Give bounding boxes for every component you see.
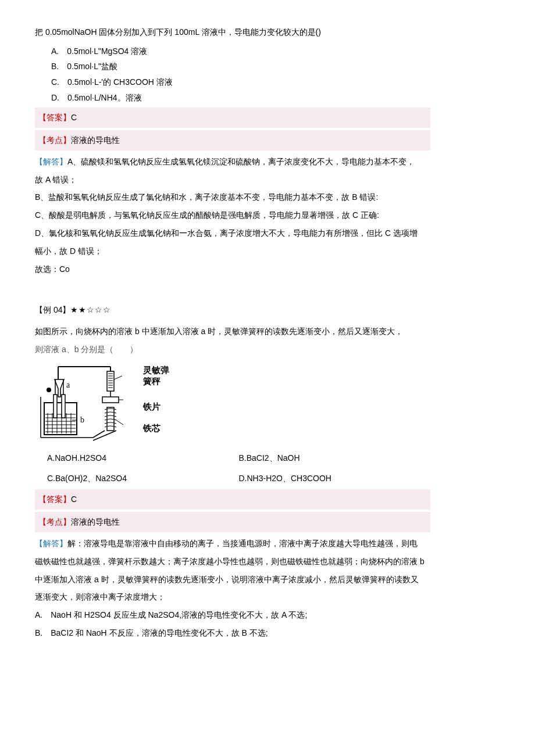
q1-topic-label: 【考点】 (38, 135, 71, 145)
fig-label-b: b (80, 415, 84, 424)
q1-explain-end: 故选：Co (35, 260, 430, 278)
q1-explain-b: B、盐酸和氢氧化钠反应生成了氯化钠和水，离子浓度基本不变，导电能力基本不变，故 … (35, 188, 430, 206)
q2-explain-a: A. NaoH 和 H2SO4 反应生成 Na2SO4,溶液的导电性变化不大，故… (35, 606, 430, 624)
q2-header: 【例 04】★★☆☆☆ (35, 301, 430, 319)
fig-label-iron-plate: 铁片 (143, 401, 169, 413)
q2-topic-value: 溶液的导电性 (71, 517, 120, 526)
apparatus-icon: a b (35, 362, 140, 443)
q1-explain-d2: 幅小，故 D 错误； (35, 242, 430, 260)
q2-explain-4: 逐渐变大，则溶液中离子浓度增大； (35, 588, 430, 606)
svg-rect-3 (107, 371, 114, 391)
q2-opt-b: B.BaCI2、NaOH (239, 449, 431, 467)
q2-stars: ★★☆☆☆ (70, 305, 111, 314)
q2-opt-d: D.NH3-H2O、CH3COOH (239, 470, 431, 488)
q1-options: A. 0.5mol·L"MgSO4 溶液 B. 0.5mol·L"盐酸 C. 0… (35, 44, 430, 105)
q2-topic-box: 【考点】溶液的导电性 (35, 512, 430, 532)
q2-explain-b: B. BaCI2 和 NaoH 不反应，溶液的导电性变化不大，故 B 不选; (35, 624, 430, 642)
q1-opt-b: B. 0.5mol·L"盐酸 (51, 59, 430, 74)
q2-opt-a: A.NaOH.H2SO4 (47, 449, 239, 467)
q2-example-label: 【例 04】 (35, 305, 70, 314)
q1-opt-d: D. 0.5mol·L/NH4。溶液 (51, 90, 430, 106)
figure-labels: 灵敏弹簧秤 铁片 铁芯 (143, 362, 169, 434)
q2-figure: a b 灵敏弹簧秤 铁片 (35, 362, 430, 443)
fig-label-spring-2: 簧秤 (143, 376, 160, 386)
svg-line-37 (114, 376, 122, 379)
q1-answer-label: 【答案】 (38, 113, 71, 122)
svg-rect-12 (102, 397, 119, 403)
q1-opt-a: A. 0.5mol·L"MgSO4 溶液 (51, 44, 430, 59)
q1-topic-box: 【考点】溶液的导电性 (35, 130, 430, 151)
q1-opt-c: C. 0.5mol·L-'的 CH3COOH 溶液 (51, 74, 430, 90)
svg-rect-32 (54, 395, 57, 418)
q2-explain-1: 【解答】解：溶液导电是靠溶液中自由移动的离子，当接通电源时，溶液中离子浓度越大导… (35, 535, 430, 553)
q1-stem: 把 0.05molNaOH 固体分别加入到下列 100mL 溶液中，导电能力变化… (35, 23, 430, 41)
q2-stem-2: 则溶液 a、b 分别是（ ） (35, 341, 430, 359)
fig-label-spring-1: 灵敏弹 (143, 365, 169, 375)
svg-rect-33 (62, 395, 65, 418)
q2-explain-2: 磁铁磁性也就越强，弹簧杆示数越大；离子浓度越小导性也越弱，则也磁铁磁性也就越弱；… (35, 553, 430, 571)
fig-label-a: a (66, 381, 70, 389)
q1-explain-d: D、氯化核和氢氧化钠反应生成氯化钠和一水合氨，离子浓度增大不大，导电能力有所增强… (35, 224, 430, 242)
q2-choice-row-1: A.NaOH.H2SO4 B.BaCI2、NaOH (35, 449, 430, 467)
q2-stem-1: 如图所示，向烧杯内的溶液 b 中逐渐加入溶液 a 时，灵敏弹簧秤的读数先逐渐变小… (35, 323, 430, 341)
q2-explain-label: 【解答】 (35, 539, 67, 548)
q2-topic-label: 【考点】 (38, 517, 71, 526)
q2-answer-label: 【答案】 (38, 495, 71, 504)
q2-explain-3: 中逐渐加入溶液 a 时，灵敏弹簧秤的读数先逐渐变小，说明溶液中离子浓度减小，然后… (35, 571, 430, 589)
q2-answer-value: C (71, 495, 77, 504)
q1-answer-box: 【答案】C (35, 108, 430, 128)
svg-line-39 (116, 420, 123, 425)
q1-topic-value: 溶液的导电性 (71, 135, 120, 145)
svg-point-18 (47, 388, 51, 392)
q1-explain-label: 【解答】 (35, 157, 67, 166)
q1-explain-a2: 故 A 错误； (35, 171, 430, 189)
svg-rect-19 (44, 403, 77, 435)
q2-choice-row-2: C.Ba(OH)2、Na2SO4 D.NH3-H2O、CH3COOH (35, 470, 430, 488)
q2-answer-box: 【答案】C (35, 489, 430, 510)
q1-explain-a: 【解答】A、硫酸镁和氢氧化钠反应生成氢氧化镁沉淀和硫酸钠，离子浓度变化不大，导电… (35, 153, 430, 171)
q1-answer-value: C (71, 113, 77, 122)
fig-label-iron-core: 铁芯 (143, 422, 169, 434)
q1-explain-c: C、酸酸是弱电解质，与氢氧化钠反应生成的醋酸钠是强电解质，导电能力显著增强，故 … (35, 206, 430, 224)
q2-opt-c: C.Ba(OH)2、Na2SO4 (47, 470, 239, 488)
